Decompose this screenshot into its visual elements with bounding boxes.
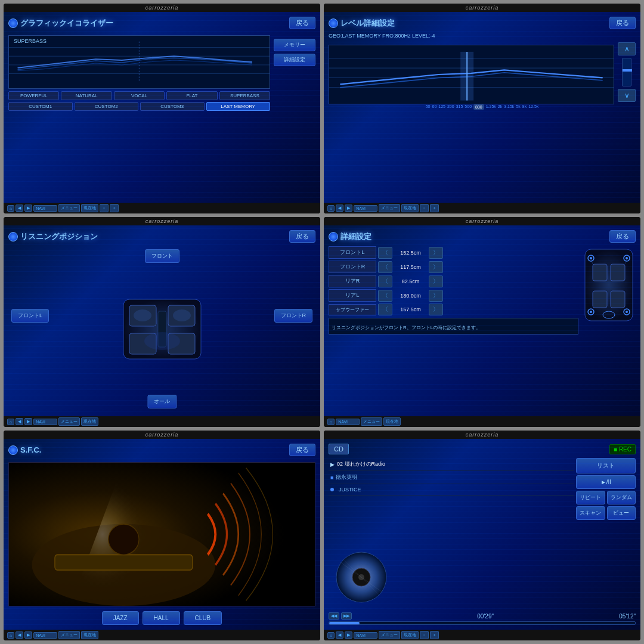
cd-track-0[interactable]: ▶ 02 壊れかけのRadio	[329, 458, 574, 471]
svg-rect-30	[611, 264, 625, 281]
detail-btn[interactable]: 詳細設定	[274, 54, 315, 66]
sfc-jazz-btn[interactable]: JAZZ	[102, 611, 139, 625]
sfc-back-btn[interactable]: 戻る	[289, 444, 315, 456]
preset-powerful[interactable]: POWERFUL	[8, 91, 59, 100]
cd-rw-btn[interactable]: ◀◀	[329, 612, 339, 620]
detail-left-0[interactable]: 〈	[378, 247, 392, 259]
lb-home[interactable]: ⌂	[327, 205, 335, 212]
lisb-menu[interactable]: メニュー	[58, 417, 80, 426]
cd-ff-btn[interactable]: ▶▶	[341, 612, 352, 620]
lisb-next[interactable]: ▶	[24, 418, 32, 425]
listen-back-btn[interactable]: 戻る	[289, 230, 315, 243]
sfcb-prev[interactable]: ◀	[16, 631, 23, 639]
cdb-home[interactable]: ⌂	[327, 632, 335, 639]
lisb-loc[interactable]: 現在地	[81, 417, 98, 426]
cdb-loc[interactable]: 現在地	[401, 631, 419, 639]
eq-back-btn[interactable]: 戻る	[289, 17, 315, 29]
preset-superbass[interactable]: SUPERBASS	[219, 91, 270, 100]
brand-label-5: carrozzeria	[4, 431, 320, 439]
bb-menu[interactable]: メニュー	[58, 204, 80, 212]
all-btn[interactable]: オール	[147, 395, 177, 408]
cd-repeat-btn[interactable]: リピート	[576, 491, 605, 504]
cd-panel: carrozzeria CD ■ REC	[324, 431, 640, 640]
lb-plus[interactable]: ＋	[430, 204, 439, 212]
bb-next[interactable]: ▶	[24, 205, 32, 212]
lisb-prev[interactable]: ◀	[16, 418, 23, 425]
preset-custom3[interactable]: CUSTOM3	[140, 102, 205, 111]
cdb-minus[interactable]: －	[420, 631, 429, 639]
cdb-menu[interactable]: メニュー	[379, 631, 400, 639]
cdb-prev[interactable]: ◀	[336, 631, 343, 639]
sfc-club-btn[interactable]: CLUB	[184, 611, 222, 625]
cd-random-btn[interactable]: ランダム	[607, 491, 636, 504]
sfcb-home[interactable]: ⌂	[7, 632, 14, 639]
sfc-hall-btn[interactable]: HALL	[143, 611, 180, 625]
sfcb-menu[interactable]: メニュー	[58, 631, 80, 639]
level-back-btn[interactable]: 戻る	[609, 17, 636, 29]
freq-labels: 50 60 125 200 315 500 800 1.25k 2k 3.15k…	[329, 104, 636, 110]
level-up-btn[interactable]: ∧	[618, 42, 636, 55]
brand-label-6: carrozzeria	[324, 431, 640, 439]
detb-navi[interactable]: NAVI	[336, 419, 360, 425]
bb-plus[interactable]: ＋	[110, 204, 119, 212]
detail-left-1[interactable]: 〈	[378, 261, 392, 273]
lisb-navi[interactable]: NAVI	[33, 419, 57, 425]
cdb-plus[interactable]: ＋	[430, 631, 439, 639]
detail-right-4[interactable]: 〉	[429, 304, 443, 315]
sfcb-navi[interactable]: NAVI	[33, 632, 57, 639]
cd-track-text-1: 徳永英明	[336, 473, 357, 481]
detb-home[interactable]: ⌂	[327, 419, 335, 425]
detail-right-1[interactable]: 〉	[429, 261, 443, 273]
detail-right-2[interactable]: 〉	[429, 275, 443, 287]
preset-custom2[interactable]: CUSTOM2	[75, 102, 139, 111]
detail-left-2[interactable]: 〈	[378, 275, 392, 287]
detail-left-3[interactable]: 〈	[378, 290, 392, 302]
eq-bottom-bar: ⌂ ◀ ▶ NAVI メニュー 現在地 － ＋	[4, 203, 320, 213]
detail-icon	[329, 232, 338, 242]
memory-btn[interactable]: メモリー	[274, 39, 315, 51]
cd-list-btn[interactable]: リスト	[576, 458, 636, 473]
lisb-home[interactable]: ⌂	[7, 419, 14, 425]
detail-right-3[interactable]: 〉	[429, 290, 443, 302]
bb-loc[interactable]: 現在地	[81, 204, 98, 212]
cd-scan-btn[interactable]: スキャン	[576, 506, 605, 520]
lb-navi[interactable]: NAVI	[354, 205, 377, 212]
front-l-btn[interactable]: フロントL	[11, 309, 49, 323]
preset-flat[interactable]: FLAT	[166, 91, 217, 100]
sfc-presets: JAZZ HALL CLUB	[8, 611, 315, 625]
detail-right-0[interactable]: 〉	[429, 247, 443, 259]
bb-minus[interactable]: －	[100, 204, 109, 212]
front-btn[interactable]: フロント	[145, 249, 179, 263]
bb-navi[interactable]: NAVI	[33, 205, 57, 212]
lb-menu[interactable]: メニュー	[379, 204, 400, 212]
cd-track-2[interactable]: JUSTICE	[329, 484, 574, 496]
lb-loc[interactable]: 現在地	[401, 204, 419, 212]
cdb-next[interactable]: ▶	[345, 631, 352, 639]
rec-badge[interactable]: ■ REC	[609, 444, 636, 454]
detb-menu[interactable]: メニュー	[361, 417, 382, 426]
sfcb-loc[interactable]: 現在地	[81, 631, 98, 639]
preset-natural[interactable]: NATURAL	[61, 91, 112, 100]
cd-play-btn[interactable]: ►/II	[576, 475, 636, 489]
sfcb-next[interactable]: ▶	[24, 631, 32, 639]
lb-next[interactable]: ▶	[345, 205, 352, 212]
cdb-navi[interactable]: NAVI	[354, 632, 377, 639]
front-r-btn[interactable]: フロントR	[274, 309, 313, 323]
lb-minus[interactable]: －	[420, 204, 429, 212]
detail-left-4[interactable]: 〈	[378, 304, 392, 315]
preset-last-memory[interactable]: LAST MEMORY	[206, 102, 271, 111]
cd-track-1[interactable]: ■ 徳永英明	[329, 471, 574, 484]
svg-rect-38	[55, 555, 193, 570]
cd-view-btn[interactable]: ビュー	[607, 506, 636, 520]
lb-prev[interactable]: ◀	[336, 205, 343, 212]
preset-custom1[interactable]: CUSTOM1	[8, 102, 73, 111]
detb-loc[interactable]: 現在地	[383, 417, 401, 426]
level-down-btn[interactable]: ∨	[618, 89, 636, 102]
bb-home[interactable]: ⌂	[7, 205, 14, 212]
eq-preset-row1: POWERFUL NATURAL VOCAL FLAT SUPERBASS	[8, 91, 270, 100]
bb-prev[interactable]: ◀	[16, 205, 23, 212]
listen-title: リスニングポジション	[20, 231, 98, 242]
svg-point-18	[173, 309, 191, 321]
detail-back-btn[interactable]: 戻る	[609, 230, 636, 243]
preset-vocal[interactable]: VOCAL	[114, 91, 165, 100]
